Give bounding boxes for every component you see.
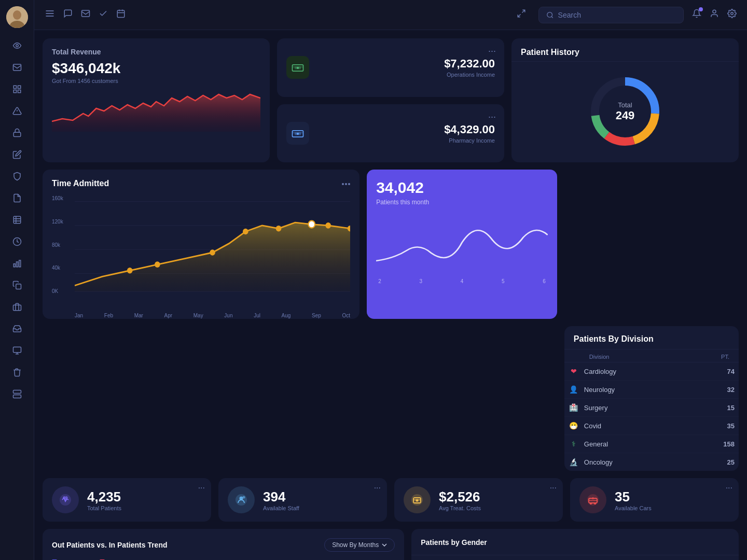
mail-nav-icon[interactable] — [81, 9, 90, 21]
sidebar-icon-trash[interactable] — [8, 363, 26, 382]
chevron-down-icon — [382, 543, 387, 547]
available-staff-value: 394 — [263, 489, 299, 505]
patients-by-division-card: Patients By Division Division PT. ❤ Card… — [564, 326, 739, 471]
revenue-amount: $346,042k — [52, 60, 260, 77]
sidebar-icon-clock[interactable] — [8, 232, 26, 251]
patient-history-title: Patient History — [521, 48, 729, 57]
available-cars-label: Available Cars — [615, 505, 652, 511]
check-nav-icon[interactable] — [99, 9, 108, 21]
sidebar-icon-monitor[interactable] — [8, 341, 26, 360]
pharma-income-label: Pharmacy Income — [317, 137, 495, 144]
svg-rect-5 — [13, 86, 16, 88]
available-staff-data: 394 Available Staff — [263, 489, 299, 511]
ops-income-data: $7,232.00 Operations Income — [317, 57, 495, 78]
total-patients-label: Total Patients — [87, 505, 121, 511]
general-label: General — [584, 440, 718, 448]
search-input[interactable] — [558, 11, 676, 19]
svg-rect-18 — [16, 262, 18, 267]
sidebar-icon-copy[interactable] — [8, 276, 26, 295]
sidebar-icon-bar[interactable] — [8, 254, 26, 273]
available-staff-icon-wrap — [228, 486, 255, 513]
patients-month-chart — [376, 214, 548, 284]
svg-point-57 — [345, 183, 347, 185]
total-label: Total — [616, 101, 635, 109]
covid-count: 35 — [727, 422, 735, 430]
svg-rect-22 — [13, 347, 21, 353]
revenue-chart — [52, 90, 260, 132]
show-by-months-btn[interactable]: Show By Months — [324, 538, 395, 552]
oncology-count: 25 — [727, 458, 735, 466]
user-avatar[interactable] — [6, 6, 28, 28]
ops-income-menu[interactable]: ··· — [488, 46, 496, 57]
sidebar — [0, 0, 34, 560]
svg-rect-8 — [18, 90, 20, 93]
ops-income-amount: $7,232.00 — [317, 57, 495, 71]
user-nav-icon[interactable] — [710, 9, 719, 21]
svg-point-82 — [590, 502, 592, 505]
stat-total-patients: ··· 4,235 Total Patients — [43, 478, 211, 522]
sidebar-icon-briefcase[interactable] — [8, 298, 26, 316]
svg-point-42 — [731, 12, 734, 15]
stat-treat-menu[interactable]: ··· — [550, 483, 557, 493]
surgery-icon: 🏥 — [569, 403, 579, 412]
division-row-covid: 😷 Covid 35 — [564, 417, 739, 435]
sidebar-icon-server[interactable] — [8, 385, 26, 403]
avg-treat-data: $2,526 Avg Treat. Costs — [439, 489, 481, 511]
money-icon — [410, 493, 424, 507]
svg-point-56 — [342, 183, 344, 185]
sidebar-icon-grid[interactable] — [8, 80, 26, 99]
svg-point-69 — [308, 221, 315, 228]
cardiology-count: 74 — [727, 368, 735, 375]
svg-point-66 — [210, 249, 215, 256]
sidebar-icon-shield[interactable] — [8, 167, 26, 186]
available-staff-label: Available Staff — [263, 505, 299, 511]
sidebar-icon-lock[interactable] — [8, 123, 26, 142]
time-admitted-card: Time Admitted 160k 120k 80k 40k 0K — [43, 170, 359, 319]
sidebar-icon-inbox[interactable] — [8, 319, 26, 338]
svg-rect-32 — [82, 10, 90, 17]
pt-col-header: PT. — [721, 354, 729, 360]
pharma-income-menu[interactable]: ··· — [488, 111, 496, 122]
dashboard-content: Total Revenue $346,042k Got From 1456 cu… — [34, 30, 747, 560]
search-box[interactable] — [538, 7, 684, 23]
sidebar-icon-table[interactable] — [8, 211, 26, 229]
patients-gender-card: Patients by Gender 117 — [411, 529, 739, 560]
hamburger-icon[interactable] — [45, 8, 55, 21]
settings-icon[interactable] — [727, 9, 737, 21]
show-by-label: Show By Months — [332, 541, 379, 549]
division-row-cardiology: ❤ Cardiology 74 — [564, 362, 739, 381]
stat-patients-menu[interactable]: ··· — [198, 483, 205, 493]
calendar-nav-icon[interactable] — [116, 9, 126, 21]
operations-income-card: ··· $7,232.00 Operations Income — [277, 38, 504, 97]
sidebar-icon-alert[interactable] — [8, 102, 26, 120]
stat-cars-menu[interactable]: ··· — [726, 483, 732, 493]
expand-icon[interactable] — [517, 9, 526, 21]
ambulance-icon — [586, 493, 600, 507]
sidebar-icon-edit[interactable] — [8, 145, 26, 164]
time-admitted-chart: 160k 120k 80k 40k 0K — [52, 195, 350, 310]
pharma-income-icon — [286, 122, 309, 145]
division-col-header: Division — [589, 354, 716, 360]
svg-rect-7 — [13, 90, 16, 93]
svg-point-67 — [243, 229, 248, 235]
revenue-subtitle: Got From 1456 customers — [52, 78, 260, 84]
svg-rect-4 — [13, 64, 21, 71]
patients-month-value: 34,042 — [376, 179, 548, 197]
chat-nav-icon[interactable] — [63, 9, 73, 21]
trend-title: Out Patients vs. In Patients Trend — [52, 541, 324, 549]
division-row-oncology: 🔬 Oncology 25 — [564, 453, 739, 471]
svg-line-40 — [551, 16, 553, 18]
staff-icon — [234, 493, 248, 507]
svg-point-83 — [594, 502, 596, 505]
time-admitted-menu[interactable] — [342, 178, 350, 187]
svg-rect-33 — [117, 10, 125, 18]
stat-available-cars: ··· 35 Available Cars — [570, 478, 739, 522]
sidebar-icon-file[interactable] — [8, 189, 26, 207]
stat-available-staff: ··· 394 Available Staff — [218, 478, 387, 522]
stat-staff-menu[interactable]: ··· — [374, 483, 381, 493]
sidebar-icon-eye[interactable] — [8, 36, 26, 55]
notification-icon[interactable] — [692, 9, 701, 21]
trend-card: Out Patients vs. In Patients Trend Show … — [43, 529, 404, 560]
search-icon — [546, 11, 554, 19]
sidebar-icon-mail[interactable] — [8, 58, 26, 77]
